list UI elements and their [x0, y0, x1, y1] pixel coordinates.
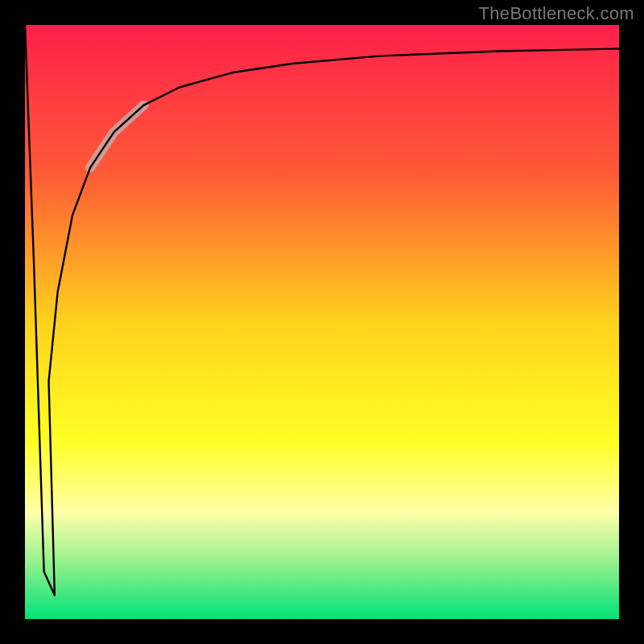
chart-container: TheBottleneck.com	[0, 0, 644, 644]
watermark-text: TheBottleneck.com	[479, 3, 634, 24]
bottleneck-chart	[0, 0, 644, 644]
plot-background	[25, 25, 619, 619]
